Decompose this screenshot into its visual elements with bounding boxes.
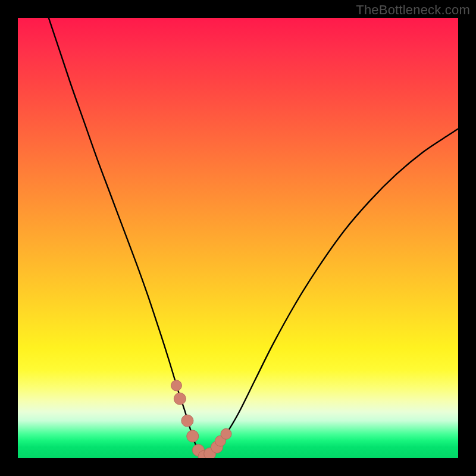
chart-frame: TheBottleneck.com [0,0,476,476]
highlight-marker [221,428,231,439]
highlight-marker [174,393,186,405]
curve-layer [18,18,458,458]
highlight-marker [187,430,199,442]
highlight-marker [171,380,181,391]
highlight-marker [181,415,193,427]
watermark-credit: TheBottleneck.com [356,2,470,18]
highlight-markers [171,380,231,458]
plot-area [18,18,458,458]
bottleneck-curve [49,18,458,456]
